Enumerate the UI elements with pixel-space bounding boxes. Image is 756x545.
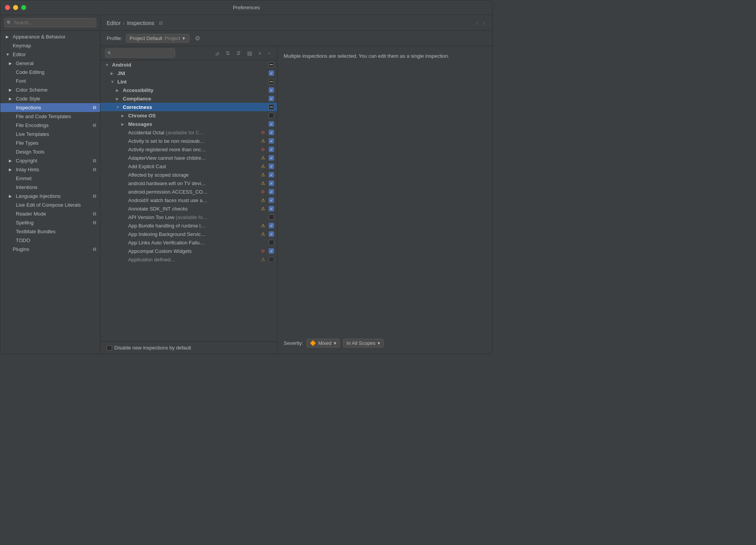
compliance-checkbox[interactable]: ✓ [269, 96, 274, 101]
activity-registered-checkbox[interactable]: ✓ [269, 147, 274, 152]
sidebar-item-design-tools[interactable]: Design Tools [0, 147, 100, 156]
sidebar-item-copyright[interactable]: ▶ Copyright ⊟ [0, 156, 100, 165]
hardware-wifi-checkbox[interactable]: ✓ [269, 181, 274, 186]
api-version-checkbox[interactable] [269, 214, 274, 220]
nav-back-icon[interactable]: ‹ [474, 19, 479, 27]
inspection-row-app-links[interactable]: App Links Auto Verification Failu… [100, 238, 277, 247]
lint-checkbox[interactable] [269, 79, 274, 84]
inspection-row-activity-non-resizable[interactable]: Activity is set to be non resizeab… ⚠ ✓ [100, 137, 277, 145]
inspection-row-add-explicit-cast[interactable]: Add Explicit Cast ⚠ ✓ [100, 162, 277, 171]
inspection-row-accessibility[interactable]: ▶ Accessibility ✓ [100, 86, 277, 94]
gear-button[interactable]: ⚙ [193, 34, 202, 43]
sidebar-item-live-edit-compose[interactable]: Live Edit of Compose Literals [0, 201, 100, 209]
inspection-row-android[interactable]: ▼ Android [100, 60, 277, 69]
detail-message: Multiple inspections are selected. You c… [284, 52, 486, 60]
inspection-row-androidx-watch[interactable]: AndroidX watch faces must use a… ⚠ ✓ [100, 196, 277, 204]
sidebar-item-inspections[interactable]: Inspections ⊟ [0, 103, 100, 112]
nav-forward-icon[interactable]: › [481, 19, 486, 27]
minimize-button[interactable] [13, 5, 18, 10]
app-indexing-checkbox[interactable]: ✓ [269, 231, 274, 237]
inspection-row-messages[interactable]: ▶ Messages ✓ [100, 120, 277, 128]
remove-button[interactable]: − [266, 49, 273, 57]
application-defined-checkbox[interactable] [269, 257, 274, 262]
collapse-button[interactable]: ⇵ [234, 49, 243, 57]
window-title: Preferences [233, 5, 260, 10]
jni-checkbox[interactable]: ✓ [269, 70, 274, 76]
disable-checkbox[interactable] [107, 345, 112, 351]
inspection-row-correctness[interactable]: ▼ Correctness [100, 103, 277, 111]
scope-dropdown[interactable]: In All Scopes ▾ [343, 339, 384, 348]
breadcrumb: Editor › Inspections ⊟ ‹ › [100, 15, 492, 31]
sidebar-item-language-injections[interactable]: ▶ Language Injections ⊟ [0, 192, 100, 201]
app-links-checkbox[interactable] [269, 240, 274, 245]
inspection-row-hardware-wifi[interactable]: android.hardware.wifi on TV devi… ⚠ ✓ [100, 179, 277, 187]
profile-dropdown[interactable]: Project Default Project ▾ [126, 34, 189, 43]
sidebar-item-plugins[interactable]: Plugins ⊟ [0, 245, 100, 254]
sidebar-item-live-templates[interactable]: Live Templates [0, 130, 100, 139]
adapterview-checkbox[interactable]: ✓ [269, 155, 274, 160]
sidebar-item-font[interactable]: Font [0, 77, 100, 85]
footer: ? Cancel Apply OK [0, 354, 492, 354]
inspection-row-activity-registered[interactable]: Activity registered more than onc… ⊘ ✓ [100, 145, 277, 154]
sidebar-item-appearance[interactable]: ▶ Appearance & Behavior [0, 32, 100, 41]
severity-dropdown[interactable]: 🔶 Mixed ▾ [306, 339, 340, 348]
inspection-row-adapterview[interactable]: AdapterView cannot have childre… ⚠ ✓ [100, 154, 277, 162]
inspection-toolbar: ⊿ ⇅ ⇵ ▤ + − [100, 46, 277, 60]
sidebar-item-file-code-templates[interactable]: File and Code Templates [0, 112, 100, 121]
inspection-row-scoped-storage[interactable]: Affected by scoped storage ⚠ ✓ [100, 171, 277, 179]
inspection-row-app-indexing[interactable]: App Indexing Background Servic… ⚠ ✓ [100, 230, 277, 238]
sidebar-item-inlay-hints[interactable]: ▶ Inlay Hints ⊟ [0, 165, 100, 174]
inspection-search-input[interactable] [105, 48, 175, 58]
expand-button[interactable]: ⇅ [224, 49, 232, 57]
sidebar-item-color-scheme[interactable]: ▶ Color Scheme [0, 85, 100, 94]
close-button[interactable] [5, 5, 10, 10]
android-checkbox[interactable] [269, 62, 274, 67]
breadcrumb-parent: Editor [107, 20, 121, 26]
inspection-row-annotate-sdk[interactable]: Annotate SDK_INT checks ⚠ ✓ [100, 204, 277, 213]
inspection-row-app-bundle[interactable]: App Bundle handling of runtime l… ⚠ ✓ [100, 221, 277, 230]
inspection-row-compliance[interactable]: ▶ Compliance ✓ [100, 94, 277, 103]
sidebar-item-code-editing[interactable]: Code Editing [0, 68, 100, 77]
inspection-row-appcompat[interactable]: Appcompat Custom Widgets ⊘ ✓ [100, 247, 277, 255]
add-explicit-cast-checkbox[interactable]: ✓ [269, 164, 274, 169]
sidebar-item-file-types[interactable]: File Types [0, 139, 100, 147]
inspection-row-application-defined[interactable]: Application defined… ⚠ [100, 255, 277, 264]
severity-label: Severity: [284, 340, 303, 346]
messages-checkbox[interactable]: ✓ [269, 121, 274, 127]
content-area: Editor › Inspections ⊟ ‹ › Profile: Proj… [100, 15, 492, 354]
accidental-octal-checkbox[interactable]: ✓ [269, 130, 274, 135]
sidebar-item-code-style[interactable]: ▶ Code Style [0, 94, 100, 103]
chrome-os-checkbox[interactable] [269, 113, 274, 118]
sidebar-item-todo[interactable]: TODO [0, 236, 100, 245]
inspection-row-chrome-os[interactable]: ▶ Chrome OS [100, 111, 277, 120]
sidebar-item-editor[interactable]: ▼ Editor [0, 50, 100, 59]
scoped-storage-checkbox[interactable]: ✓ [269, 172, 274, 177]
annotate-sdk-checkbox[interactable]: ✓ [269, 206, 274, 211]
sidebar-search-input[interactable] [4, 18, 96, 27]
appcompat-checkbox[interactable]: ✓ [269, 248, 274, 254]
sidebar-item-file-encodings[interactable]: File Encodings ⊟ [0, 121, 100, 130]
accessibility-checkbox[interactable]: ✓ [269, 87, 274, 93]
sidebar-item-reader-mode[interactable]: Reader Mode ⊟ [0, 209, 100, 218]
sidebar-item-intentions[interactable]: Intentions [0, 183, 100, 192]
androidx-watch-checkbox[interactable]: ✓ [269, 197, 274, 203]
sidebar-item-emmet[interactable]: Emmet [0, 174, 100, 183]
activity-non-resizable-checkbox[interactable]: ✓ [269, 138, 274, 144]
maximize-button[interactable] [21, 5, 26, 10]
inspection-row-accidental-octal[interactable]: Accidental Octal (available for C… ⊘ ✓ [100, 128, 277, 137]
add-button[interactable]: + [256, 49, 263, 57]
sidebar-item-general[interactable]: ▶ General [0, 59, 100, 68]
filter-button[interactable]: ⊿ [213, 49, 221, 57]
breadcrumb-pin-icon[interactable]: ⊟ [159, 20, 163, 26]
permission-access-checkbox[interactable]: ✓ [269, 189, 274, 194]
sidebar-item-textmate-bundles[interactable]: TextMate Bundles [0, 227, 100, 236]
sidebar-item-keymap[interactable]: Keymap [0, 41, 100, 50]
inspection-row-api-version[interactable]: API Version Too Low (available fo… [100, 213, 277, 221]
inspection-row-permission-access[interactable]: android.permission.ACCESS_CO… ⊘ ✓ [100, 187, 277, 196]
group-button[interactable]: ▤ [245, 49, 254, 57]
inspection-row-jni[interactable]: ▶ JNI ✓ [100, 69, 277, 77]
sidebar-item-spelling[interactable]: Spelling ⊟ [0, 218, 100, 227]
correctness-checkbox[interactable] [269, 104, 274, 110]
inspection-row-lint[interactable]: ▼ Lint [100, 77, 277, 86]
app-bundle-checkbox[interactable]: ✓ [269, 223, 274, 228]
